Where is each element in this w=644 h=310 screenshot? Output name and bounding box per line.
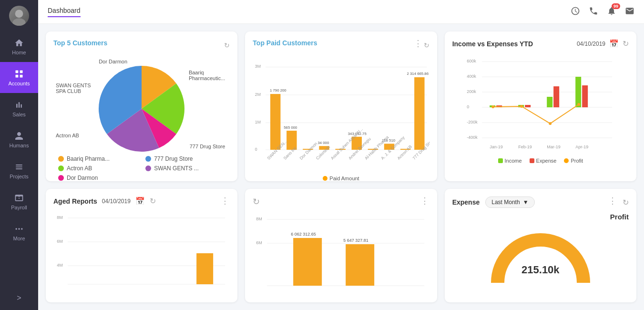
pie-label-777: 777 Drug Store: [190, 144, 225, 149]
legend-label-dor: Dor Darmon: [67, 175, 98, 181]
legend-dot-swan: [145, 165, 151, 171]
sidebar-label-more: More: [13, 236, 25, 241]
top-paid-customers-card: Top Paid Customers ↻ ⋮ 3M 2M 1M 0 1 790 …: [245, 31, 437, 181]
svg-text:6 062 312.65: 6 062 312.65: [291, 232, 316, 237]
sidebar-bottom: >: [0, 286, 38, 310]
income-expenses-title: Income vs Expenses YTD: [452, 40, 533, 48]
svg-point-0: [15, 10, 23, 18]
second-bar-menu[interactable]: ⋮: [420, 196, 429, 206]
pie-label-swan: SWAN GENTSSPA CLUB: [56, 83, 91, 94]
expense-legend-label: Expense: [536, 158, 557, 164]
svg-rect-84: [293, 238, 322, 286]
profit-legend-label: Profit: [571, 158, 583, 164]
income-refresh-icon[interactable]: ↻: [623, 39, 629, 48]
topbar-icons: 99: [571, 6, 634, 18]
calendar-icon[interactable]: 📅: [609, 39, 619, 48]
phone-icon[interactable]: [589, 6, 598, 18]
gauge-svg: [488, 226, 593, 288]
sidebar-item-home[interactable]: Home: [0, 31, 38, 62]
profit-label: Profit: [610, 213, 629, 221]
expense-title: Expense: [452, 198, 480, 206]
avatar-container: [0, 0, 38, 31]
aged-reports-chart: 8M 6M 4M: [53, 210, 230, 291]
svg-rect-60: [553, 86, 559, 107]
svg-text:2M: 2M: [255, 92, 261, 97]
income-expenses-chart: 600k 400k 200k 0 -200k -400k: [452, 53, 629, 153]
svg-text:34 000: 34 000: [318, 141, 329, 145]
expense-dropdown-label: Last Month: [491, 199, 520, 206]
top-paid-menu[interactable]: ⋮: [414, 38, 423, 49]
svg-rect-4: [16, 74, 19, 77]
top5-customers-card: Top 5 Customers ↻ Dor Darmon BaariqPharm…: [46, 31, 237, 181]
aged-reports-date: 04/10/2019: [102, 198, 131, 205]
bell-icon[interactable]: 99: [607, 6, 616, 18]
expense-refresh-icon[interactable]: ↻: [623, 198, 629, 207]
svg-point-65: [549, 122, 552, 125]
topbar: Dashboard 99: [38, 0, 644, 24]
legend-dot-actron: [58, 165, 64, 171]
svg-rect-17: [270, 94, 280, 150]
svg-text:8M: 8M: [256, 217, 262, 221]
top-paid-refresh-icon[interactable]: ↻: [424, 41, 429, 49]
svg-rect-31: [414, 77, 424, 150]
sidebar-label-payroll: Payroll: [11, 205, 27, 210]
svg-text:8M: 8M: [57, 215, 63, 220]
aged-calendar-icon[interactable]: 📅: [135, 196, 145, 206]
sidebar-label-home: Home: [12, 50, 26, 55]
svg-rect-3: [20, 70, 23, 73]
svg-text:4M: 4M: [57, 263, 63, 268]
top-paid-chart: 3M 2M 1M 0 1 790 200 565 000 34 000: [253, 56, 429, 171]
svg-text:Apr-19: Apr-19: [575, 145, 588, 149]
top5-refresh-icon[interactable]: ↻: [224, 41, 230, 49]
clock-icon[interactable]: [571, 6, 580, 18]
top-paid-title: Top Paid Customers: [253, 39, 317, 47]
second-bar-refresh[interactable]: ↻: [253, 196, 260, 207]
paid-amount-label: Paid Amount: [329, 176, 359, 181]
svg-point-6: [16, 228, 17, 229]
sidebar-label-sales: Sales: [12, 112, 26, 117]
sidebar-item-more[interactable]: More: [0, 217, 38, 248]
user-avatar[interactable]: [9, 6, 29, 26]
paid-amount-legend: Paid Amount: [323, 176, 359, 181]
legend-baariq: Baariq Pharma...: [58, 155, 138, 162]
income-expenses-card: Income vs Expenses YTD 04/10/2019 📅 ↻ 60…: [445, 31, 636, 181]
pie-label-actron: Actron AB: [56, 133, 79, 138]
second-bar-card: ↻ ⋮ 8M 6M 6 062 312.65 5 647 327.81: [245, 189, 437, 302]
expense-legend-item: Expense: [530, 158, 557, 164]
sidebar-item-sales[interactable]: Sales: [0, 93, 38, 124]
svg-text:0: 0: [255, 147, 257, 152]
legend-dot-baariq: [58, 156, 64, 162]
svg-rect-62: [582, 85, 588, 107]
sidebar-item-projects[interactable]: Projects: [0, 155, 38, 186]
legend-dot-dor: [58, 175, 64, 181]
paid-amount-dot: [323, 176, 327, 181]
svg-text:Feb-19: Feb-19: [518, 145, 532, 149]
mail-icon[interactable]: [625, 6, 634, 18]
expense-dropdown[interactable]: Last Month ▼: [485, 196, 534, 208]
top5-header: Top 5 Customers ↻: [53, 39, 230, 52]
aged-reports-card: Aged Reports 04/10/2019 📅 ↻ ⋮ 8M 6M 4M: [46, 189, 237, 302]
income-legend-dot: [498, 158, 503, 163]
income-expenses-legend: Income Expense Profit: [452, 158, 629, 164]
aged-reports-header: Aged Reports 04/10/2019 📅 ↻: [53, 196, 230, 206]
legend-label-777: 777 Drug Store: [154, 155, 193, 162]
income-legend-item: Income: [498, 158, 522, 164]
sidebar-item-accounts[interactable]: Accounts: [0, 62, 38, 93]
sidebar-label-projects: Projects: [10, 174, 29, 179]
expense-menu[interactable]: ⋮: [608, 196, 617, 206]
svg-rect-78: [196, 253, 213, 284]
aged-menu[interactable]: ⋮: [221, 196, 230, 206]
sidebar-expand-button[interactable]: >: [0, 286, 38, 310]
dashboard-tab[interactable]: Dashboard: [48, 7, 81, 17]
aged-refresh-icon[interactable]: ↻: [150, 196, 156, 206]
svg-rect-86: [346, 244, 374, 286]
svg-point-8: [21, 228, 22, 229]
aged-reports-title: Aged Reports: [53, 197, 97, 205]
expense-header: Expense Last Month ▼ ↻: [452, 196, 629, 208]
top5-title: Top 5 Customers: [53, 39, 107, 47]
svg-text:Actron AB: Actron AB: [397, 144, 413, 161]
svg-text:-400k: -400k: [467, 135, 478, 140]
sidebar-item-payroll[interactable]: Payroll: [0, 186, 38, 217]
svg-text:565 000: 565 000: [284, 125, 298, 130]
sidebar-item-humans[interactable]: Humans: [0, 124, 38, 155]
